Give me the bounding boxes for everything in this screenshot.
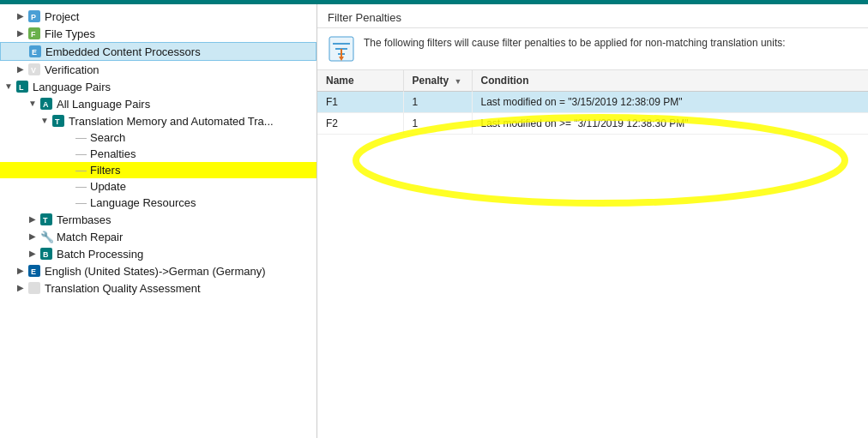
tqa-icon: [27, 281, 41, 295]
sidebar-item-language-resources[interactable]: —Language Resources: [0, 195, 316, 211]
cell-condition: Last modified on >= "3/11/2019 12:38:30 …: [472, 113, 868, 135]
sidebar: ▶PProject▶FFile TypesEEmbedded Content P…: [0, 4, 317, 438]
tree-arrow: ▼: [39, 116, 50, 126]
sidebar-item-filters[interactable]: —Filters: [0, 162, 316, 178]
match-icon: 🔧: [39, 230, 53, 243]
sidebar-item-label: Language Pairs: [33, 81, 111, 93]
col-name[interactable]: Name: [317, 70, 403, 92]
svg-text:E: E: [32, 48, 37, 57]
termbases-icon: T: [39, 213, 53, 226]
sidebar-item-label: Verification: [45, 63, 99, 76]
sidebar-item-tm-automated[interactable]: ▼TTranslation Memory and Automated Tra..…: [0, 112, 316, 129]
tree-arrow: [63, 198, 74, 208]
sidebar-item-project[interactable]: ▶PProject: [0, 8, 316, 25]
all-lang-icon: A: [39, 97, 53, 111]
table-body: F11Last modified on = "3/15/2019 12:38:0…: [317, 92, 868, 135]
sidebar-item-label: Language Resources: [90, 196, 196, 209]
tree-arrow: ▼: [3, 81, 14, 92]
svg-rect-21: [28, 282, 40, 294]
table-row[interactable]: F21Last modified on >= "3/11/2019 12:38:…: [317, 113, 868, 135]
sidebar-item-label: Search: [90, 131, 125, 144]
filter-icon: [328, 35, 355, 63]
tm-icon: T: [51, 114, 65, 128]
panel-info: The following filters will cause filter …: [317, 28, 868, 70]
tree-arrow: ▶: [15, 283, 26, 293]
sidebar-item-label: Embedded Content Processors: [45, 45, 201, 58]
cell-name: F1: [317, 92, 403, 113]
sidebar-item-language-pairs[interactable]: ▼LLanguage Pairs: [0, 78, 316, 95]
col-penalty[interactable]: Penalty ▼: [403, 70, 472, 92]
sidebar-item-label: Translation Quality Assessment: [45, 282, 201, 295]
table-header-row: Name Penalty ▼ Condition: [317, 70, 868, 92]
svg-text:B: B: [43, 250, 49, 259]
lang-pairs-icon: L: [15, 80, 29, 93]
sidebar-item-batch-processing[interactable]: ▶BBatch Processing: [0, 245, 316, 262]
tree-arrow: [63, 149, 74, 159]
filter-table: Name Penalty ▼ Condition F11Last modifie…: [317, 70, 868, 135]
tree-arrow: ▶: [15, 11, 26, 21]
table-row[interactable]: F11Last modified on = "3/15/2019 12:38:0…: [317, 92, 868, 113]
panel-info-text: The following filters will cause filter …: [364, 35, 786, 51]
sidebar-item-termbases[interactable]: ▶TTermbases: [0, 211, 316, 228]
svg-text:T: T: [43, 216, 48, 225]
filetypes-icon: F: [27, 27, 41, 40]
sidebar-item-label: English (United States)->German (Germany…: [45, 265, 266, 278]
sidebar-item-label: Filters: [90, 164, 120, 177]
tree-arrow: [16, 46, 27, 57]
project-icon: P: [27, 9, 41, 23]
content-area: Name Penalty ▼ Condition F11Last modifie…: [317, 70, 868, 438]
eng-ger-icon: E: [27, 264, 41, 278]
embedded-icon: E: [28, 45, 42, 58]
svg-text:T: T: [55, 117, 60, 126]
tree-arrow: [63, 165, 74, 176]
sidebar-item-eng-ger[interactable]: ▶EEnglish (United States)->German (Germa…: [0, 262, 316, 279]
cell-condition: Last modified on = "3/15/2019 12:38:09 P…: [472, 92, 868, 113]
tree-dash: —: [75, 131, 87, 144]
tree-arrow: ▶: [15, 64, 26, 75]
svg-text:E: E: [31, 267, 36, 276]
sidebar-item-label: All Language Pairs: [57, 98, 150, 111]
sidebar-item-label: Project: [45, 10, 79, 23]
svg-text:F: F: [31, 30, 36, 39]
tree-arrow: ▶: [27, 214, 38, 225]
svg-text:A: A: [43, 100, 49, 109]
sidebar-item-embedded-content[interactable]: EEmbedded Content Processors: [0, 42, 316, 61]
tree-arrow: ▶: [27, 231, 38, 242]
tree-dash: —: [75, 164, 87, 177]
tree-arrow: ▶: [15, 266, 26, 276]
sidebar-item-verification[interactable]: ▶VVerification: [0, 61, 316, 78]
verification-icon: V: [27, 63, 41, 76]
sidebar-tree: ▶PProject▶FFile TypesEEmbedded Content P…: [0, 8, 316, 297]
batch-icon: B: [39, 247, 53, 261]
svg-text:L: L: [19, 83, 24, 92]
tree-arrow: ▶: [15, 28, 26, 39]
tree-dash: —: [75, 196, 87, 209]
right-panel: Filter Penalties The following filters w…: [317, 4, 868, 438]
sidebar-item-label: Translation Memory and Automated Tra...: [69, 115, 274, 128]
sidebar-item-file-types[interactable]: ▶FFile Types: [0, 25, 316, 42]
sidebar-item-label: File Types: [45, 27, 95, 40]
tree-dash: —: [75, 180, 87, 193]
sidebar-item-label: Penalties: [90, 147, 136, 160]
sidebar-item-search[interactable]: —Search: [0, 129, 316, 146]
cell-penalty: 1: [403, 113, 472, 135]
col-condition[interactable]: Condition: [472, 70, 868, 92]
svg-text:P: P: [31, 13, 36, 21]
sidebar-item-label: Termbases: [57, 213, 112, 226]
panel-title: Filter Penalties: [328, 11, 401, 24]
sidebar-item-match-repair[interactable]: ▶🔧Match Repair: [0, 228, 316, 245]
panel-header: Filter Penalties: [317, 4, 868, 28]
sidebar-item-tqa[interactable]: ▶Translation Quality Assessment: [0, 279, 316, 297]
svg-text:V: V: [31, 66, 36, 75]
sidebar-item-update[interactable]: —Update: [0, 178, 316, 195]
cell-name: F2: [317, 113, 403, 135]
sidebar-item-penalties[interactable]: —Penalties: [0, 146, 316, 162]
tree-arrow: [63, 182, 74, 192]
sidebar-item-label: Update: [90, 180, 126, 193]
tree-dash: —: [75, 147, 87, 160]
sort-arrow: ▼: [455, 77, 462, 86]
tree-arrow: ▼: [27, 99, 38, 109]
tree-arrow: [63, 133, 74, 143]
cell-penalty: 1: [403, 92, 472, 113]
sidebar-item-all-language-pairs[interactable]: ▼AAll Language Pairs: [0, 95, 316, 112]
